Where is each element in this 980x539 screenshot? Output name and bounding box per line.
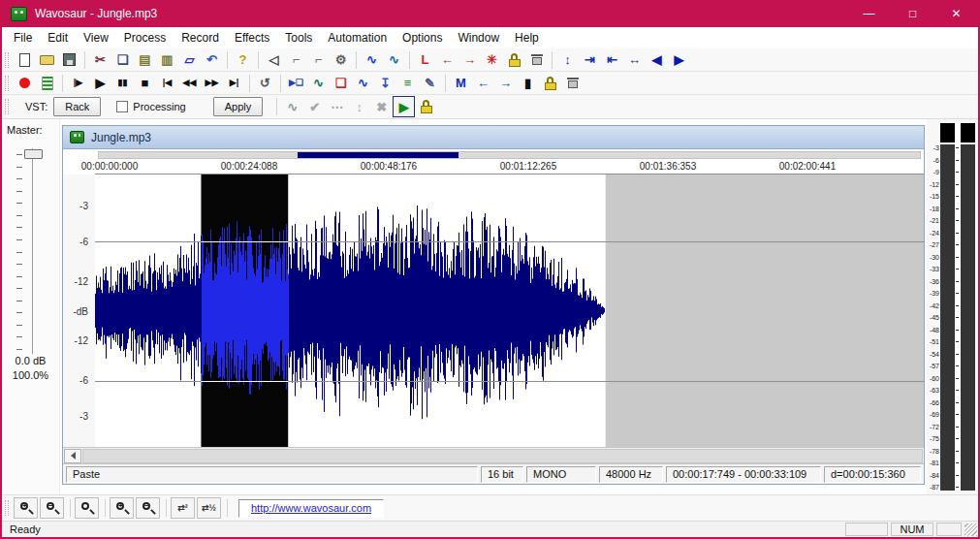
menu-window[interactable]: Window <box>450 28 507 48</box>
overview-track[interactable] <box>98 151 921 159</box>
input-routing-button[interactable]: ⌐ <box>285 49 307 71</box>
go-to-start-button[interactable]: |◀ <box>156 73 178 94</box>
zoom-wave-horizontal-button[interactable]: ↔ <box>623 49 646 71</box>
rewind-button[interactable]: ◀◀ <box>178 73 201 94</box>
menu-options[interactable]: Options <box>395 28 450 48</box>
automation-curve-button[interactable]: ∿ <box>281 96 303 117</box>
copy-to-new-button[interactable]: ❏ <box>330 73 352 94</box>
minimize-button[interactable]: — <box>847 0 891 27</box>
waveform-canvas[interactable] <box>95 174 924 447</box>
scrollbar-track[interactable] <box>82 449 923 463</box>
zoom-wave-out-button[interactable]: ⇤ <box>601 49 623 71</box>
automation-scale-button[interactable]: ↕ <box>348 96 370 117</box>
waveform-plot[interactable] <box>95 174 924 447</box>
insert-silence-button[interactable]: ↧ <box>374 73 396 94</box>
loop-marker-button[interactable]: L <box>414 49 436 71</box>
zoom-wave-vertical-button[interactable]: ↕ <box>556 49 579 71</box>
zoom-half-button[interactable]: ⇄½ <box>197 497 221 519</box>
lock-markers-button[interactable] <box>539 73 561 94</box>
automation-clear-button[interactable]: ✖ <box>370 96 393 117</box>
insert-silence-icon: ↧ <box>380 77 391 89</box>
zoom-selection-button[interactable] <box>75 497 99 519</box>
vst-rack-button[interactable]: Rack <box>53 97 101 116</box>
wrench-button[interactable]: ⚙ <box>330 49 352 71</box>
fast-forward-button[interactable]: ▶▶ <box>201 73 223 94</box>
play-from-cursor-button[interactable]: |▶ <box>67 73 89 94</box>
menu-automation[interactable]: Automation <box>320 28 395 48</box>
trim-button[interactable]: ▱ <box>178 49 201 71</box>
loop-playback-button[interactable]: ↺ <box>254 73 276 94</box>
processing-checkbox[interactable] <box>116 101 128 112</box>
menu-process[interactable]: Process <box>116 28 174 48</box>
menu-file[interactable]: File <box>6 28 40 48</box>
overview-bar[interactable] <box>63 149 924 159</box>
previous-cue-button[interactable]: ◀ <box>646 49 668 71</box>
interpolate-wave-button[interactable]: ∿ <box>352 73 374 94</box>
zoom-vertical-in-button[interactable]: + <box>110 497 134 519</box>
maximize-button[interactable]: □ <box>891 0 934 27</box>
resize-grip[interactable] <box>964 523 977 536</box>
loop-points-button[interactable]: ✳ <box>481 49 503 71</box>
vst-apply-button[interactable]: Apply <box>213 97 264 116</box>
delete-loop-button[interactable] <box>525 49 548 71</box>
marker-button[interactable]: M <box>450 73 472 94</box>
zoom-vertical-out-button[interactable]: − <box>136 497 160 519</box>
next-marker-button[interactable]: → <box>494 73 517 94</box>
timeline-ruler[interactable]: 00:00:00:00000:00:24:08800:00:48:17600:0… <box>95 159 924 174</box>
horizontal-scrollbar[interactable] <box>63 447 924 463</box>
waveform-view-button[interactable]: ∿ <box>361 49 383 71</box>
paste-button[interactable]: ▤ <box>134 49 156 71</box>
pencil-edit-button[interactable]: ✎ <box>419 73 441 94</box>
menu-edit[interactable]: Edit <box>40 28 76 48</box>
paste-insert-button[interactable]: ▥ <box>156 49 178 71</box>
slider-track[interactable] <box>32 148 34 354</box>
monitor-input-button[interactable] <box>36 73 58 94</box>
close-button[interactable]: ✕ <box>934 0 978 27</box>
spectrum-view-button[interactable]: ∿ <box>383 49 405 71</box>
automation-points-button[interactable]: ⋯ <box>326 96 348 117</box>
cut-button[interactable]: ✂ <box>89 49 111 71</box>
go-to-end-button[interactable]: ▶| <box>223 73 245 94</box>
overview-view-segment[interactable] <box>298 152 458 158</box>
loop-start-button[interactable]: ← <box>436 49 458 71</box>
document-title-bar[interactable]: Jungle.mp3 <box>63 126 924 149</box>
speaker-button[interactable]: ◁ <box>263 49 285 71</box>
vst-play-button[interactable]: ▶ <box>393 96 415 117</box>
help-button[interactable]: ? <box>232 49 254 71</box>
play-button[interactable]: ▶ <box>89 73 111 94</box>
menu-view[interactable]: View <box>76 28 116 48</box>
delete-markers-button[interactable] <box>561 73 584 94</box>
record-button[interactable] <box>14 73 36 94</box>
previous-marker-button[interactable]: ← <box>472 73 494 94</box>
menu-record[interactable]: Record <box>174 28 227 48</box>
menu-tools[interactable]: Tools <box>277 28 320 48</box>
wavosaur-link[interactable]: http://www.wavosaur.com <box>251 502 371 514</box>
open-file-button[interactable] <box>36 49 58 71</box>
undo-button[interactable]: ↶ <box>201 49 223 71</box>
marker-zone-button[interactable]: ▮ <box>517 73 539 94</box>
vst-lock-button[interactable] <box>415 96 437 117</box>
zoom-vertical-out-icon: − <box>142 501 155 515</box>
next-cue-button[interactable]: ▶ <box>668 49 690 71</box>
slider-thumb[interactable] <box>24 149 43 159</box>
statistics-button[interactable]: ∿ <box>307 73 330 94</box>
copy-button[interactable]: ❏ <box>111 49 134 71</box>
master-volume-slider[interactable] <box>2 148 59 354</box>
playlist-button[interactable]: ≡ <box>396 73 419 94</box>
zoom-wave-in-button[interactable]: ⇥ <box>579 49 601 71</box>
zoom-out-button[interactable]: − <box>40 497 64 519</box>
lock-loop-button[interactable] <box>503 49 525 71</box>
pause-button[interactable]: ▮▮ <box>111 73 134 94</box>
new-file-button[interactable] <box>14 49 36 71</box>
output-routing-button[interactable]: ⌐ <box>307 49 330 71</box>
menu-effects[interactable]: Effects <box>227 28 277 48</box>
scroll-left-button[interactable] <box>64 449 81 463</box>
automation-apply-button[interactable]: ✔ <box>303 96 326 117</box>
save-file-button[interactable] <box>58 49 80 71</box>
loop-end-button[interactable]: → <box>458 49 481 71</box>
menu-help[interactable]: Help <box>507 28 547 48</box>
zoom-in-button[interactable]: + <box>14 497 38 519</box>
play-document-button[interactable]: ▶❏ <box>285 73 307 94</box>
stop-button[interactable]: ■ <box>134 73 156 94</box>
zoom-x2-button[interactable]: ⇄² <box>171 497 195 519</box>
